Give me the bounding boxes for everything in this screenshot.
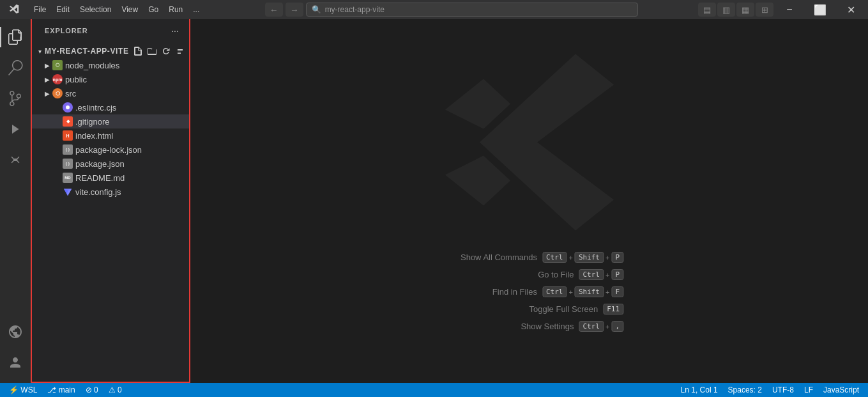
tree-item-vite-config[interactable]: ▶ vite.config.js bbox=[32, 185, 189, 199]
search-text: my-react-app-vite bbox=[325, 5, 385, 14]
menu-edit[interactable]: Edit bbox=[51, 0, 75, 19]
readme-icon: MD bbox=[63, 173, 73, 183]
index-html-label: index.html bbox=[75, 131, 189, 141]
plus-icon-5: + bbox=[605, 288, 609, 296]
shortcut-find-in-files-label: Find in Files bbox=[435, 287, 537, 297]
sidebar-header-actions: ··· bbox=[169, 24, 181, 37]
statusbar-language[interactable]: JavaScript bbox=[821, 383, 862, 397]
plus-icon-4: + bbox=[568, 288, 572, 296]
titlebar-left: File Edit Selection View Go Run ... bbox=[0, 0, 204, 19]
shortcut-go-to-file: Go to File Ctrl + P bbox=[472, 269, 624, 280]
key-ctrl-3: Ctrl bbox=[542, 286, 567, 297]
activitybar-explorer[interactable] bbox=[0, 22, 31, 52]
shortcut-go-to-file-label: Go to File bbox=[472, 270, 574, 279]
activitybar-extensions[interactable] bbox=[0, 144, 31, 175]
tree-item-src[interactable]: ▶ ⬡ src bbox=[32, 86, 189, 100]
restore-button[interactable]: ⬜ bbox=[805, 0, 835, 19]
activitybar-search[interactable] bbox=[0, 52, 31, 83]
explorer-tree: ▾ MY-REACT-APP-VITE bbox=[32, 42, 189, 382]
menu-selection[interactable]: Selection bbox=[75, 0, 116, 19]
menu-view[interactable]: View bbox=[116, 0, 143, 19]
key-f: F bbox=[611, 286, 623, 297]
key-f11: F11 bbox=[603, 304, 623, 315]
node-modules-label: node_modules bbox=[65, 61, 189, 70]
public-icon: npm bbox=[52, 74, 63, 84]
plus-icon-2: + bbox=[605, 254, 609, 261]
tree-item-package-lock[interactable]: ▶ { } package-lock.json bbox=[32, 143, 189, 157]
minimize-button[interactable]: − bbox=[775, 0, 804, 19]
package-json-icon: { } bbox=[63, 159, 73, 169]
sidebar-more-button[interactable]: ··· bbox=[169, 24, 181, 37]
tree-item-index-html[interactable]: ▶ H index.html bbox=[32, 128, 189, 143]
shortcut-fullscreen-keys: F11 bbox=[603, 304, 623, 315]
tree-item-node-modules[interactable]: ▶ ⬡ node_modules bbox=[32, 58, 189, 72]
tree-item-eslintrc[interactable]: ▶ .eslintrc.cjs bbox=[32, 100, 189, 114]
tree-item-package-json[interactable]: ▶ { } package.json bbox=[32, 157, 189, 171]
key-ctrl-2: Ctrl bbox=[579, 269, 604, 280]
panel-layout-3-button[interactable]: ▦ bbox=[736, 3, 754, 17]
menu-go[interactable]: Go bbox=[143, 0, 164, 19]
refresh-button[interactable] bbox=[160, 45, 172, 58]
shortcut-settings: Show Settings Ctrl + , bbox=[472, 321, 624, 332]
statusbar-eol[interactable]: LF bbox=[802, 383, 816, 397]
nav-back-button[interactable]: ← bbox=[265, 3, 283, 17]
sidebar-header: EXPLORER ··· bbox=[32, 19, 189, 42]
key-shift-2: Shift bbox=[575, 286, 604, 297]
tree-root: ▾ MY-REACT-APP-VITE bbox=[32, 42, 189, 201]
panel-layout-1-button[interactable]: ▤ bbox=[698, 3, 716, 17]
collapse-button[interactable] bbox=[174, 45, 187, 58]
public-chevron-icon: ▶ bbox=[42, 74, 52, 84]
activitybar-accounts[interactable] bbox=[0, 347, 31, 378]
explorer-title: EXPLORER bbox=[45, 27, 88, 35]
plus-icon-3: + bbox=[605, 271, 609, 279]
close-button[interactable]: ✕ bbox=[836, 0, 865, 19]
shortcut-settings-label: Show Settings bbox=[472, 322, 574, 331]
menu-more[interactable]: ... bbox=[188, 0, 204, 19]
vite-config-icon bbox=[63, 187, 73, 197]
new-folder-button[interactable] bbox=[146, 45, 158, 58]
root-chevron-icon: ▾ bbox=[34, 46, 45, 56]
index-html-icon: H bbox=[63, 130, 73, 141]
nav-forward-button[interactable]: → bbox=[286, 3, 303, 17]
shortcut-all-commands: Show All Commands Ctrl + Shift + P bbox=[435, 252, 623, 263]
panel-layout-2-button[interactable]: ▥ bbox=[717, 3, 735, 17]
eslintrc-icon bbox=[63, 102, 73, 113]
shortcut-find-in-files-keys: Ctrl + Shift + F bbox=[542, 286, 623, 297]
statusbar-encoding[interactable]: UTF-8 bbox=[770, 383, 796, 397]
panel-layout-4-button[interactable]: ⊞ bbox=[756, 3, 773, 17]
src-label: src bbox=[65, 89, 189, 98]
gitignore-icon: ◆ bbox=[63, 116, 73, 127]
plus-icon-1: + bbox=[568, 254, 572, 261]
svg-point-0 bbox=[66, 105, 70, 109]
activitybar-remote[interactable] bbox=[0, 316, 31, 347]
search-bar[interactable]: 🔍 my-react-app-vite bbox=[306, 3, 638, 17]
src-chevron-icon: ▶ bbox=[42, 88, 52, 98]
key-p-2: P bbox=[611, 269, 623, 280]
tree-item-gitignore[interactable]: ▶ ◆ .gitignore bbox=[32, 114, 189, 128]
titlebar-menu: File Edit Selection View Go Run ... bbox=[29, 0, 204, 19]
shortcut-settings-keys: Ctrl + , bbox=[579, 321, 624, 332]
root-actions bbox=[132, 45, 187, 58]
root-folder[interactable]: ▾ MY-REACT-APP-VITE bbox=[32, 44, 189, 58]
menu-file[interactable]: File bbox=[29, 0, 51, 19]
new-file-button[interactable] bbox=[132, 45, 144, 58]
statusbar-position[interactable]: Ln 1, Col 1 bbox=[678, 383, 720, 397]
statusbar-warnings[interactable]: ⚠ 0 bbox=[106, 383, 125, 397]
public-label: public bbox=[65, 75, 189, 84]
statusbar-branch[interactable]: ⎇ main bbox=[45, 383, 77, 397]
statusbar-spaces[interactable]: Spaces: 2 bbox=[726, 383, 765, 397]
shortcut-all-commands-keys: Ctrl + Shift + P bbox=[542, 252, 623, 263]
menu-run[interactable]: Run bbox=[164, 0, 188, 19]
statusbar-remote[interactable]: ⚡ WSL bbox=[6, 383, 40, 397]
activitybar-source-control[interactable] bbox=[0, 83, 31, 114]
activitybar-bottom bbox=[0, 316, 31, 383]
src-icon: ⬡ bbox=[52, 88, 63, 98]
main-area: EXPLORER ··· ▾ MY-REACT-APP-VITE bbox=[0, 19, 868, 383]
statusbar-right: Ln 1, Col 1 Spaces: 2 UTF-8 LF JavaScrip… bbox=[678, 383, 862, 397]
gitignore-label: .gitignore bbox=[75, 117, 189, 127]
statusbar-errors[interactable]: ⊘ 0 bbox=[83, 383, 101, 397]
tree-item-readme[interactable]: ▶ MD README.md bbox=[32, 171, 189, 185]
activitybar-run[interactable] bbox=[0, 114, 31, 144]
tree-item-public[interactable]: ▶ npm public bbox=[32, 72, 189, 86]
shortcut-find-in-files: Find in Files Ctrl + Shift + F bbox=[435, 286, 623, 297]
